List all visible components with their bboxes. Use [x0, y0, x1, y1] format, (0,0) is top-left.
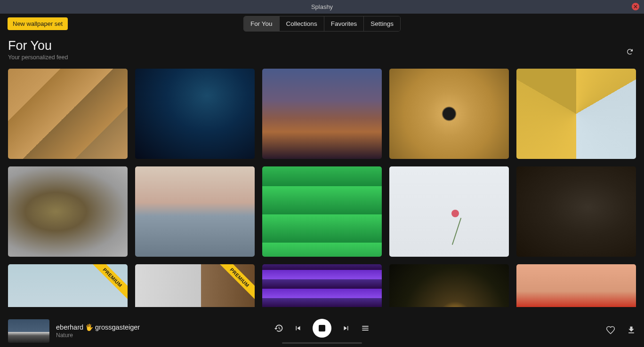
player-subtitle: Nature — [56, 332, 140, 339]
wallpaper-card-cube-houses[interactable] — [516, 69, 636, 159]
progress-bar[interactable] — [282, 342, 362, 344]
wallpaper-card-city-skyline-dusk[interactable] — [262, 69, 382, 159]
refresh-icon — [626, 47, 634, 56]
queue-button[interactable] — [361, 323, 370, 333]
history-button[interactable] — [274, 323, 283, 333]
page-header: For You Your personalized feed — [0, 34, 644, 63]
new-wallpaper-button[interactable]: New wallpaper set — [8, 17, 68, 30]
skip-previous-icon — [294, 324, 302, 332]
close-button[interactable] — [632, 3, 639, 10]
wallpaper-card-toad[interactable] — [8, 166, 128, 257]
next-button[interactable] — [342, 324, 350, 332]
player-thumbnail[interactable] — [8, 319, 49, 343]
page-subtitle: Your personalized feed — [8, 54, 68, 61]
previous-button[interactable] — [294, 324, 302, 332]
wallpaper-thumb — [8, 69, 128, 159]
player-controls — [274, 319, 370, 344]
player-title-suffix: grossgasteiger — [95, 323, 140, 331]
player-bar: eberhard 🖐 grossgasteiger Nature — [0, 315, 644, 347]
wallpaper-card-rose-minimal[interactable] — [389, 166, 509, 257]
tab-collections[interactable]: Collections — [280, 16, 324, 31]
wallpaper-card-forest-sunlight[interactable] — [389, 264, 509, 307]
tab-favorites[interactable]: Favorites — [324, 16, 364, 31]
wallpaper-thumb — [262, 166, 382, 257]
download-icon — [627, 325, 636, 335]
wallpaper-card-purple-neon-tunnel[interactable] — [262, 264, 382, 307]
stop-icon — [319, 325, 325, 331]
wallpaper-card-dome-ceiling[interactable] — [389, 69, 509, 159]
wallpaper-card-landscape-sky[interactable]: PREMIUM — [8, 264, 128, 307]
stop-button[interactable] — [313, 319, 331, 338]
wallpaper-card-green-staircase[interactable] — [262, 166, 382, 257]
player-title: eberhard 🖐 grossgasteiger — [56, 323, 140, 331]
favorite-button[interactable] — [606, 325, 615, 337]
queue-icon — [361, 323, 370, 333]
tab-settings[interactable]: Settings — [364, 16, 400, 31]
tab-group: For You Collections Favorites Settings — [243, 16, 401, 32]
refresh-button[interactable] — [624, 46, 636, 60]
player-title-prefix: eberhard — [56, 323, 83, 331]
wallpaper-card-building-corner[interactable]: PREMIUM — [135, 264, 255, 307]
player-info: eberhard 🖐 grossgasteiger Nature — [56, 323, 140, 339]
history-icon — [274, 323, 283, 333]
wallpaper-card-monkey[interactable] — [516, 166, 636, 257]
wallpaper-thumb — [516, 166, 636, 257]
download-button[interactable] — [627, 325, 636, 337]
hand-emoji-icon: 🖐 — [85, 323, 93, 331]
wallpaper-card-wood-panels[interactable] — [8, 69, 128, 159]
wallpaper-thumb — [135, 166, 255, 257]
close-icon — [634, 5, 637, 8]
wallpaper-thumb — [389, 264, 509, 307]
wallpaper-card-red-grass-sunset[interactable] — [516, 264, 636, 307]
wallpaper-thumb — [389, 166, 509, 257]
wallpaper-thumb — [135, 69, 255, 159]
wallpaper-card-people-pool-sunset[interactable] — [135, 166, 255, 257]
page-title: For You — [8, 39, 68, 53]
wallpaper-thumb — [262, 264, 382, 307]
topbar: New wallpaper set For You Collections Fa… — [0, 14, 644, 34]
heart-icon — [606, 325, 615, 335]
wallpaper-thumb — [516, 264, 636, 307]
window-title: Splashy — [311, 3, 333, 10]
wallpaper-thumb — [389, 69, 509, 159]
player-actions — [606, 325, 636, 337]
titlebar: Splashy — [0, 0, 644, 14]
wallpaper-thumb — [8, 166, 128, 257]
tab-for-you[interactable]: For You — [244, 16, 280, 31]
wallpaper-thumb — [262, 69, 382, 159]
wallpaper-grid: PREMIUMPREMIUM — [0, 63, 644, 307]
skip-next-icon — [342, 324, 350, 332]
wallpaper-card-night-sky-mountain[interactable] — [135, 69, 255, 159]
wallpaper-thumb — [516, 69, 636, 159]
